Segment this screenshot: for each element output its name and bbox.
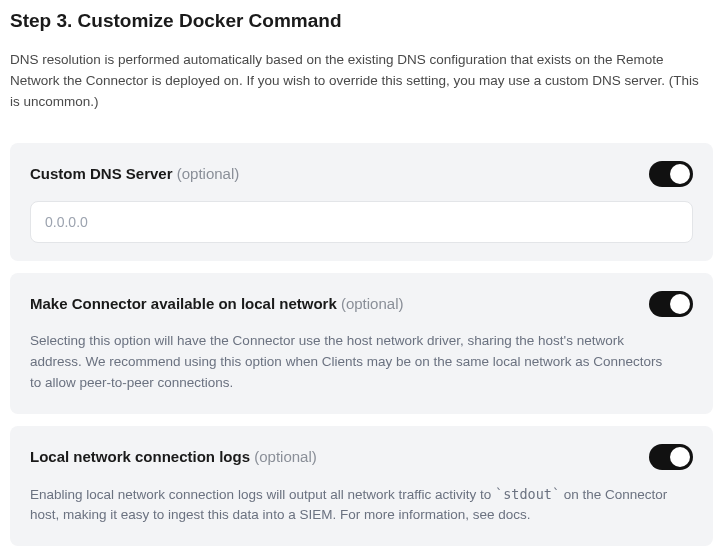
local-network-desc: Selecting this option will have the Conn… <box>30 331 670 394</box>
intro-text: DNS resolution is performed automaticall… <box>10 50 700 113</box>
connection-logs-title: Local network connection logs (optional) <box>30 448 317 465</box>
custom-dns-toggle[interactable] <box>649 161 693 187</box>
connection-logs-card: Local network connection logs (optional)… <box>10 426 713 547</box>
toggle-knob <box>670 294 690 314</box>
custom-dns-input-wrap <box>30 201 693 243</box>
custom-dns-input[interactable] <box>30 201 693 243</box>
step-heading: Step 3. Customize Docker Command <box>10 10 713 32</box>
optional-label: (optional) <box>254 448 317 465</box>
custom-dns-card: Custom DNS Server (optional) <box>10 143 713 261</box>
local-network-title-text: Make Connector available on local networ… <box>30 295 341 312</box>
logs-desc-code: `stdout` <box>495 486 560 502</box>
toggle-knob <box>670 164 690 184</box>
connection-logs-title-text: Local network connection logs <box>30 448 254 465</box>
connection-logs-toggle[interactable] <box>649 444 693 470</box>
custom-dns-header: Custom DNS Server (optional) <box>30 161 693 187</box>
optional-label: (optional) <box>341 295 404 312</box>
logs-desc-pre: Enabling local network connection logs w… <box>30 487 495 502</box>
local-network-title: Make Connector available on local networ… <box>30 295 403 312</box>
local-network-card: Make Connector available on local networ… <box>10 273 713 414</box>
toggle-knob <box>670 447 690 467</box>
local-network-toggle[interactable] <box>649 291 693 317</box>
optional-label: (optional) <box>177 165 240 182</box>
custom-dns-title: Custom DNS Server (optional) <box>30 165 239 182</box>
connection-logs-header: Local network connection logs (optional) <box>30 444 693 470</box>
local-network-header: Make Connector available on local networ… <box>30 291 693 317</box>
custom-dns-title-text: Custom DNS Server <box>30 165 177 182</box>
connection-logs-desc: Enabling local network connection logs w… <box>30 484 670 527</box>
